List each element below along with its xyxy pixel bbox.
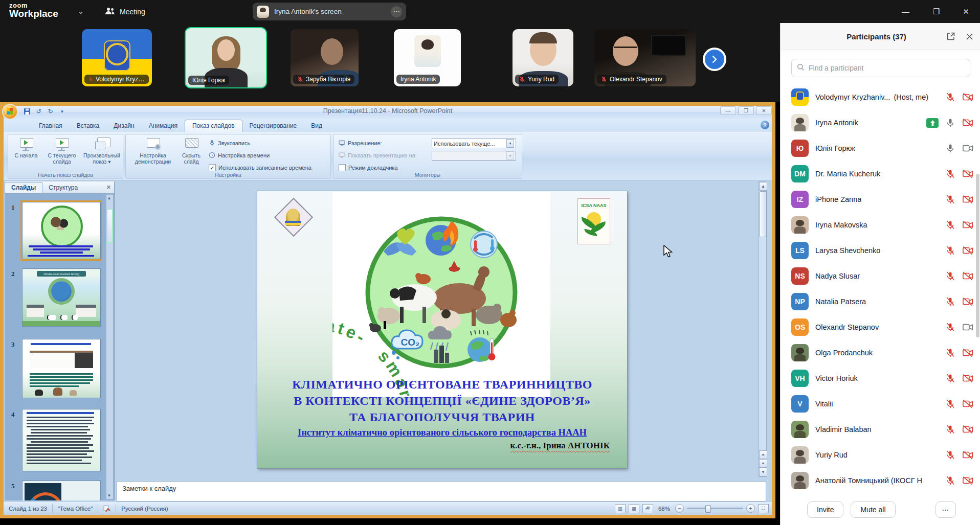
slide-thumbnail-2[interactable]: 2 Climate-smart livestock farming — [22, 268, 101, 327]
participant-row[interactable]: IZiPhone Zanna — [781, 187, 980, 212]
from-beginning-button[interactable]: С начала — [11, 138, 41, 158]
use-timings-checkbox[interactable]: ✓ Использовать записанные времена — [209, 164, 311, 171]
participant-row[interactable]: LSLarysa Shevchenko — [781, 238, 980, 263]
camera-off-icon[interactable] — [962, 118, 973, 128]
participant-row[interactable]: Olga Prodanchuk — [781, 340, 980, 366]
video-tile-2[interactable]: Юлія Горюк — [186, 28, 266, 87]
participant-row[interactable]: Yuriy Rud — [781, 442, 980, 468]
mic-muted-icon[interactable] — [945, 271, 955, 281]
tab-slides[interactable]: Слайды — [5, 182, 42, 193]
camera-off-icon[interactable] — [962, 271, 973, 281]
camera-off-icon[interactable] — [962, 475, 973, 486]
rehearse-timings-button[interactable]: Настройка времени — [209, 152, 270, 158]
mic-muted-icon[interactable] — [945, 475, 955, 486]
camera-off-icon[interactable] — [962, 373, 973, 383]
video-tile-4[interactable]: Iryna Antonik — [394, 29, 461, 86]
redo-icon[interactable]: ↻ — [46, 107, 55, 116]
ppt-minimize-button[interactable]: — — [720, 106, 736, 115]
slide-area-scrollbar[interactable]: ▲ ⏶ ⏷ ▼ — [759, 181, 767, 477]
tab-shared-screen[interactable]: Iryna Antonik's screen ⋯ — [253, 3, 406, 20]
participant-row[interactable]: VVitalii — [781, 391, 980, 417]
zoom-slider-thumb[interactable] — [705, 505, 711, 513]
mic-muted-icon[interactable] — [945, 194, 955, 204]
mute-all-button[interactable]: Mute all — [851, 501, 895, 518]
minimize-button[interactable]: — — [892, 0, 920, 23]
camera-off-icon[interactable] — [962, 245, 973, 256]
close-pane-icon[interactable]: ✕ — [106, 184, 111, 191]
spellcheck-status[interactable] — [98, 504, 116, 513]
mic-muted-icon[interactable] — [945, 245, 955, 256]
mic-muted-icon[interactable] — [945, 450, 955, 460]
next-page-videos-button[interactable] — [703, 48, 726, 71]
zoom-out-button[interactable]: − — [675, 504, 684, 513]
notes-pane[interactable]: Заметки к слайду — [117, 481, 766, 501]
mic-muted-icon[interactable] — [945, 220, 955, 230]
participants-scrollbar[interactable] — [976, 174, 979, 337]
slides-pane-scrollbar[interactable]: ▲ ▼ — [106, 194, 114, 499]
language-status[interactable]: Русский (Россия) — [116, 504, 173, 513]
mic-muted-icon[interactable] — [945, 92, 955, 102]
camera-on-icon[interactable] — [962, 143, 973, 153]
slide-thumbnail-1[interactable]: 1 — [22, 202, 101, 259]
participant-row[interactable]: Volodymyr Kryzhaniv...(Host, me) — [781, 84, 980, 110]
close-button[interactable]: ✕ — [952, 0, 980, 23]
scroll-up-icon[interactable]: ▲ — [106, 195, 112, 201]
fit-to-window-button[interactable]: ⛶ — [758, 504, 769, 513]
slide-thumbnail-5[interactable]: 5 — [22, 481, 101, 500]
scroll-down-icon[interactable]: ▼ — [106, 492, 112, 499]
find-participant-input[interactable]: Find a participant — [791, 59, 970, 77]
resolution-dropdown[interactable]: Использовать текуще... ▾ — [432, 139, 516, 148]
mic-muted-icon[interactable] — [945, 399, 955, 409]
camera-off-icon[interactable] — [962, 348, 973, 358]
camera-off-icon[interactable] — [962, 296, 973, 307]
mic-muted-icon[interactable] — [945, 169, 955, 179]
tab-meeting[interactable]: Meeting — [105, 4, 145, 19]
participant-row[interactable]: DMDr. Mariia Kucheruk — [781, 161, 980, 187]
chevron-down-icon[interactable]: ⌄ — [78, 7, 84, 15]
scroll-up-icon[interactable]: ▲ — [759, 182, 767, 191]
camera-off-icon[interactable] — [962, 450, 973, 460]
video-tile-3[interactable]: Заруба Вікторія — [291, 29, 359, 86]
previous-slide-icon[interactable]: ⏶ — [759, 450, 767, 459]
setup-slideshow-button[interactable]: Настройка демонстрации — [130, 138, 176, 165]
mic-muted-icon[interactable] — [945, 348, 955, 358]
scrollbar-thumb[interactable] — [760, 191, 767, 237]
mic-on-icon[interactable] — [945, 143, 955, 153]
qat-dropdown-icon[interactable]: ▾ — [58, 107, 66, 116]
ppt-tab-2[interactable]: Вставка — [70, 120, 107, 132]
camera-off-icon[interactable] — [962, 220, 973, 230]
participant-row[interactable]: Анатолій Томницький (ІКОСГ Н — [781, 468, 980, 493]
ppt-tab-5[interactable]: Показ слайдов — [185, 120, 242, 132]
video-tile-1[interactable]: Volodymyr Kryzhanivs... — [82, 29, 152, 86]
slide-thumbnail-3[interactable]: 3 — [22, 339, 101, 398]
close-panel-icon[interactable] — [962, 29, 976, 43]
camera-off-icon[interactable] — [962, 194, 973, 204]
normal-view-button[interactable]: ▥ — [615, 504, 626, 513]
next-slide-icon[interactable]: ⏷ — [759, 459, 767, 468]
mic-muted-icon[interactable] — [945, 424, 955, 435]
zoom-in-button[interactable]: + — [746, 504, 755, 513]
office-button[interactable] — [2, 104, 18, 120]
ppt-tab-3[interactable]: Дизайн — [106, 120, 141, 132]
ppt-close-button[interactable]: ✕ — [756, 106, 772, 115]
more-options-icon[interactable]: ⋯ — [391, 6, 402, 17]
camera-off-icon[interactable] — [962, 424, 973, 435]
participant-row[interactable]: NPNatalia Patsera — [781, 289, 980, 314]
invite-button[interactable]: Invite — [807, 501, 843, 518]
ppt-restore-button[interactable]: ❐ — [738, 106, 754, 115]
more-actions-button[interactable]: ⋯ — [936, 501, 956, 518]
save-icon[interactable] — [23, 107, 31, 116]
slide-thumbnail-4[interactable]: 4 — [22, 409, 101, 471]
mic-on-icon[interactable] — [945, 118, 955, 128]
video-tile-6[interactable]: Olexandr Stepanov — [594, 29, 696, 86]
participant-row[interactable]: OSOlexandr Stepanov — [781, 314, 980, 340]
mic-muted-icon[interactable] — [945, 322, 955, 332]
undo-icon[interactable]: ↺ — [34, 107, 43, 116]
participant-row[interactable]: NSNadya Slusar — [781, 263, 980, 289]
scrollbar-thumb[interactable] — [107, 209, 113, 243]
restore-button[interactable]: ❐ — [922, 0, 950, 23]
participant-row[interactable]: VHVictor Horiuk — [781, 366, 980, 391]
participant-row[interactable]: ЮЮлія Горюк — [781, 135, 980, 161]
participant-row[interactable]: Vladimir Balaban — [781, 417, 980, 442]
video-tile-5[interactable]: Yuriy Rud — [513, 29, 573, 86]
